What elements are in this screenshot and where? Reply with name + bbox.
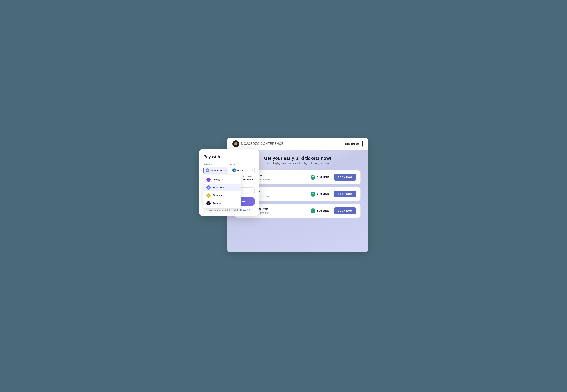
show-qr-link[interactable]: Show QR <box>239 209 250 211</box>
usdt-icon-regular: T <box>311 192 315 196</box>
check-icon: ✓ <box>236 186 238 189</box>
coin-form-group: Coin $ USDC ⇕ <box>230 163 255 174</box>
binance-label: Binance <box>213 194 222 197</box>
qr-row: Pay using any mobile wallet Show QR <box>204 209 255 211</box>
ticket-price-action-regular: T 250 USDT BOOK NOW <box>311 191 356 197</box>
network-chevron-icon: ⇕ <box>224 169 226 172</box>
solana-icon: S <box>206 201 211 205</box>
polygon-icon: P <box>206 178 211 182</box>
selected-network-text: Ethereum <box>210 169 222 172</box>
book-now-button-early-bird[interactable]: BOOK NOW <box>334 174 356 181</box>
network-label: Network <box>204 163 228 166</box>
dropdown-item-ethereum[interactable]: Ethereum ✓ <box>204 184 241 192</box>
usdt-icon: T <box>311 175 315 180</box>
logo-text: MOJOZOZO Conference <box>241 142 284 145</box>
ticket-price-action-early-bird: T 100 USDT BOOK NOW <box>311 174 356 181</box>
book-now-button-special[interactable]: BOOK NOW <box>334 208 356 214</box>
solana-label: Solana <box>213 202 221 205</box>
ethereum-label: Ethereum <box>213 186 224 189</box>
coin-chevron-icon: ⇕ <box>251 169 253 172</box>
network-coin-row: Network Ethereum ⇕ P Polygon <box>204 163 255 174</box>
usdc-icon: $ <box>232 168 236 172</box>
dropdown-item-polygon[interactable]: P Polygon <box>204 176 241 184</box>
ticket-price-action-special: T 500 USDT BOOK NOW <box>311 208 356 214</box>
logo-area: 🐵 MOJOZOZO Conference <box>233 140 284 147</box>
polygon-label: Polygon <box>213 178 222 181</box>
coin-select[interactable]: $ USDC ⇕ <box>230 167 255 174</box>
buy-tickets-button[interactable]: Buy Tickets <box>342 141 363 147</box>
ticket-price-special: T 500 USDT <box>311 208 331 213</box>
network-select[interactable]: Ethereum ⇕ <box>204 167 228 174</box>
selected-coin-text: USDC <box>237 169 244 172</box>
dropdown-item-binance[interactable]: B Binance <box>204 192 241 199</box>
ethereum-icon <box>205 168 209 172</box>
logo-icon: 🐵 <box>233 140 239 147</box>
qr-text: Pay using any mobile wallet <box>208 209 238 211</box>
network-form-group: Network Ethereum ⇕ P Polygon <box>204 163 228 174</box>
ethereum-dropdown-icon <box>206 185 211 190</box>
binance-icon: B <box>206 193 211 197</box>
ticket-price-regular: T 250 USDT <box>311 192 331 196</box>
network-select-wrapper[interactable]: Ethereum ⇕ P Polygon Ethere <box>204 167 228 174</box>
ticket-price-early-bird: T 100 USDT <box>311 175 331 180</box>
book-now-button-regular[interactable]: BOOK NOW <box>334 191 356 197</box>
payment-modal: Pay with Network Ethereum ⇕ P <box>199 149 259 216</box>
payment-title: Pay with <box>204 154 255 159</box>
dropdown-item-solana[interactable]: S Solana <box>204 199 241 207</box>
conference-header: 🐵 MOJOZOZO Conference Buy Tickets <box>227 138 368 150</box>
network-dropdown: P Polygon Ethereum ✓ B Binance <box>204 175 241 208</box>
svg-marker-2 <box>208 187 210 189</box>
usdt-icon-special: T <box>311 208 315 213</box>
coin-label: Coin <box>230 163 255 166</box>
